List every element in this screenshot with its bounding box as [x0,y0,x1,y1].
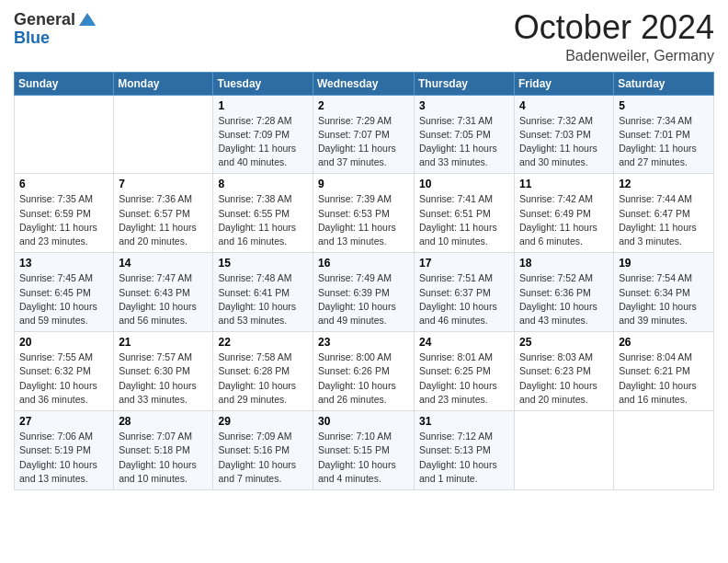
day-number: 16 [318,257,409,270]
day-info: Sunrise: 7:51 AMSunset: 6:37 PMDaylight:… [419,271,509,327]
calendar-day-6: 6Sunrise: 7:35 AMSunset: 6:59 PMDaylight… [15,174,114,253]
day-info: Sunrise: 7:12 AMSunset: 5:13 PMDaylight:… [419,430,509,486]
logo-general-text: General [14,11,75,28]
calendar-day-4: 4Sunrise: 7:32 AMSunset: 7:03 PMDaylight… [515,95,614,174]
header: General Blue October 2024 Badenweiler, G… [14,9,714,64]
day-number: 23 [318,336,409,349]
day-number: 1 [218,99,308,112]
day-number: 7 [119,178,208,190]
calendar-day-1: 1Sunrise: 7:28 AMSunset: 7:09 PMDaylight… [213,95,313,174]
calendar-day-5: 5Sunrise: 7:34 AMSunset: 7:01 PMDaylight… [614,95,714,174]
day-info: Sunrise: 7:44 AMSunset: 6:47 PMDaylight:… [619,192,709,248]
calendar-day-10: 10Sunrise: 7:41 AMSunset: 6:51 PMDayligh… [415,174,515,253]
calendar-week-row: 27Sunrise: 7:06 AMSunset: 5:19 PMDayligh… [15,411,714,490]
day-info: Sunrise: 7:47 AMSunset: 6:43 PMDaylight:… [119,271,208,327]
calendar-day-16: 16Sunrise: 7:49 AMSunset: 6:39 PMDayligh… [313,253,415,332]
day-number: 26 [619,336,709,349]
day-number: 14 [119,257,208,270]
day-number: 18 [519,257,609,270]
calendar-day-13: 13Sunrise: 7:45 AMSunset: 6:45 PMDayligh… [15,253,114,332]
day-info: Sunrise: 7:36 AMSunset: 6:57 PMDaylight:… [119,192,208,248]
day-info: Sunrise: 7:49 AMSunset: 6:39 PMDaylight:… [318,271,409,327]
day-number: 15 [218,257,308,270]
calendar-day-7: 7Sunrise: 7:36 AMSunset: 6:57 PMDaylight… [114,174,213,253]
day-info: Sunrise: 7:28 AMSunset: 7:09 PMDaylight:… [218,114,308,170]
logo-icon [77,9,97,29]
logo-blue-text: Blue [14,29,50,46]
calendar-day-27: 27Sunrise: 7:06 AMSunset: 5:19 PMDayligh… [15,411,114,490]
weekday-header-wednesday: Wednesday [313,72,415,95]
calendar-day-19: 19Sunrise: 7:54 AMSunset: 6:34 PMDayligh… [614,253,714,332]
day-info: Sunrise: 8:00 AMSunset: 6:26 PMDaylight:… [318,350,409,407]
day-number: 28 [119,415,208,428]
day-info: Sunrise: 7:58 AMSunset: 6:28 PMDaylight:… [218,350,308,407]
day-number: 27 [19,415,108,428]
weekday-header-tuesday: Tuesday [213,72,313,95]
day-number: 12 [619,178,709,190]
day-info: Sunrise: 7:35 AMSunset: 6:59 PMDaylight:… [19,192,108,248]
calendar-week-row: 20Sunrise: 7:55 AMSunset: 6:32 PMDayligh… [15,332,714,411]
day-info: Sunrise: 7:34 AMSunset: 7:01 PMDaylight:… [619,114,709,170]
weekday-header-thursday: Thursday [415,72,515,95]
day-number: 3 [419,99,509,112]
day-number: 31 [419,415,509,428]
calendar-day-12: 12Sunrise: 7:44 AMSunset: 6:47 PMDayligh… [614,174,714,253]
calendar-day-22: 22Sunrise: 7:58 AMSunset: 6:28 PMDayligh… [213,332,313,411]
day-number: 29 [218,415,308,428]
day-info: Sunrise: 7:57 AMSunset: 6:30 PMDaylight:… [119,350,208,407]
day-info: Sunrise: 7:32 AMSunset: 7:03 PMDaylight:… [519,114,609,170]
calendar-day-15: 15Sunrise: 7:48 AMSunset: 6:41 PMDayligh… [213,253,313,332]
day-info: Sunrise: 7:52 AMSunset: 6:36 PMDaylight:… [519,271,609,327]
day-number: 25 [519,336,609,349]
calendar-empty-cell [114,95,213,174]
day-info: Sunrise: 7:41 AMSunset: 6:51 PMDaylight:… [419,192,509,248]
day-info: Sunrise: 7:55 AMSunset: 6:32 PMDaylight:… [19,350,108,407]
calendar-day-31: 31Sunrise: 7:12 AMSunset: 5:13 PMDayligh… [415,411,515,490]
weekday-header-row: SundayMondayTuesdayWednesdayThursdayFrid… [15,72,714,95]
day-info: Sunrise: 7:39 AMSunset: 6:53 PMDaylight:… [318,192,409,248]
day-info: Sunrise: 7:54 AMSunset: 6:34 PMDaylight:… [619,271,709,327]
calendar-day-2: 2Sunrise: 7:29 AMSunset: 7:07 PMDaylight… [313,95,415,174]
day-info: Sunrise: 8:01 AMSunset: 6:25 PMDaylight:… [419,350,509,407]
location-title: Badenweiler, Germany [514,48,714,64]
title-block: October 2024 Badenweiler, Germany [514,9,714,64]
day-number: 24 [419,336,509,349]
calendar-day-30: 30Sunrise: 7:10 AMSunset: 5:15 PMDayligh… [313,411,415,490]
calendar-day-28: 28Sunrise: 7:07 AMSunset: 5:18 PMDayligh… [114,411,213,490]
day-number: 4 [519,99,609,112]
day-info: Sunrise: 8:03 AMSunset: 6:23 PMDaylight:… [519,350,609,407]
calendar-day-11: 11Sunrise: 7:42 AMSunset: 6:49 PMDayligh… [515,174,614,253]
day-info: Sunrise: 7:09 AMSunset: 5:16 PMDaylight:… [218,430,308,486]
calendar-day-8: 8Sunrise: 7:38 AMSunset: 6:55 PMDaylight… [213,174,313,253]
day-info: Sunrise: 8:04 AMSunset: 6:21 PMDaylight:… [619,350,709,407]
weekday-header-monday: Monday [114,72,213,95]
calendar-day-20: 20Sunrise: 7:55 AMSunset: 6:32 PMDayligh… [15,332,114,411]
calendar-day-26: 26Sunrise: 8:04 AMSunset: 6:21 PMDayligh… [614,332,714,411]
calendar-empty-cell [614,411,714,490]
day-info: Sunrise: 7:42 AMSunset: 6:49 PMDaylight:… [519,192,609,248]
day-info: Sunrise: 7:31 AMSunset: 7:05 PMDaylight:… [419,114,509,170]
calendar-week-row: 6Sunrise: 7:35 AMSunset: 6:59 PMDaylight… [15,174,714,253]
calendar-day-23: 23Sunrise: 8:00 AMSunset: 6:26 PMDayligh… [313,332,415,411]
calendar-page: General Blue October 2024 Badenweiler, G… [0,0,728,563]
day-number: 22 [218,336,308,349]
day-number: 20 [19,336,108,349]
calendar-empty-cell [515,411,614,490]
day-number: 21 [119,336,208,349]
calendar-table: SundayMondayTuesdayWednesdayThursdayFrid… [14,72,714,490]
weekday-header-sunday: Sunday [15,72,114,95]
calendar-day-14: 14Sunrise: 7:47 AMSunset: 6:43 PMDayligh… [114,253,213,332]
day-info: Sunrise: 7:29 AMSunset: 7:07 PMDaylight:… [318,114,409,170]
day-number: 5 [619,99,709,112]
calendar-day-3: 3Sunrise: 7:31 AMSunset: 7:05 PMDaylight… [415,95,515,174]
day-number: 9 [318,178,409,190]
day-number: 17 [419,257,509,270]
calendar-week-row: 13Sunrise: 7:45 AMSunset: 6:45 PMDayligh… [15,253,714,332]
day-info: Sunrise: 7:38 AMSunset: 6:55 PMDaylight:… [218,192,308,248]
calendar-day-24: 24Sunrise: 8:01 AMSunset: 6:25 PMDayligh… [415,332,515,411]
weekday-header-friday: Friday [515,72,614,95]
calendar-day-9: 9Sunrise: 7:39 AMSunset: 6:53 PMDaylight… [313,174,415,253]
calendar-empty-cell [15,95,114,174]
day-number: 19 [619,257,709,270]
day-number: 11 [519,178,609,190]
